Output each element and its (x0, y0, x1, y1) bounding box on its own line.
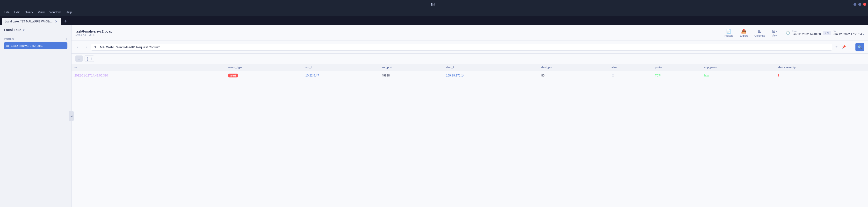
file-info: task6-malware-c2.pcap 149.6 KB 2 HR (75, 29, 718, 36)
star-button[interactable]: ☆ (834, 44, 839, 50)
search-query[interactable]: "ET MALWARE Win32/IcedID Request Cookie" (94, 45, 829, 49)
table-container: ts event_type src_ip src_port dest_ip de… (71, 64, 868, 207)
menu-file[interactable]: File (2, 10, 11, 14)
columns-icon: ⊞ (758, 29, 762, 34)
cell-severity: 1 (775, 71, 868, 80)
forward-button[interactable]: → (83, 44, 89, 50)
cell-proto: TCP (652, 71, 701, 80)
search-bar: ← → "ET MALWARE Win32/IcedID Request Coo… (71, 41, 868, 54)
date-from[interactable]: Jan 12, 2022 14:48:08 (792, 33, 820, 36)
pool-item-task6[interactable]: ▦ task6-malware-c2.pcap (4, 42, 67, 49)
menu-window[interactable]: Window (48, 10, 63, 14)
from-section: From Jan 12, 2022 14:48:08 (792, 30, 820, 36)
to-label: To (833, 30, 864, 33)
section-label: POOLS (4, 38, 14, 40)
add-pool-button[interactable]: + (65, 37, 67, 41)
menu-bar: File Edit Query View Window Help (0, 9, 868, 16)
view-button[interactable]: ⊟ ▾ View (769, 28, 780, 38)
table-header-row: ts event_type src_ip src_port dest_ip de… (71, 64, 868, 71)
content-area: task6-malware-c2.pcap 149.6 KB 2 HR 📄 Pa… (71, 25, 868, 207)
pool-file-icon: ▦ (6, 44, 9, 47)
duration-badge: 2 hr (823, 31, 831, 35)
pools-section: POOLS + ▦ task6-malware-c2.pcap (0, 35, 71, 50)
section-header: POOLS + (4, 37, 67, 41)
view-controls: ⊞ {···} (71, 54, 868, 64)
export-icon: 📤 (741, 29, 746, 34)
menu-edit[interactable]: Edit (12, 10, 22, 14)
collapse-chevron-icon: ◀ (70, 115, 72, 117)
date-to[interactable]: Jan 12, 2022 17:21:04 ▾ (833, 33, 864, 36)
col-alert-severity: alert › severity (775, 64, 868, 71)
search-go-button[interactable]: 🔍 (856, 43, 864, 51)
col-dest-port: dest_port (538, 64, 609, 71)
maximize-button[interactable]: □ (858, 3, 861, 6)
tab-bar: Local Lake: "ET MALWARE Win32/... ✕ + (0, 16, 868, 25)
cell-event-type: alert (225, 71, 303, 80)
file-meta: 149.6 KB 2 HR (75, 33, 718, 36)
cell-app-proto: http (701, 71, 775, 80)
pool-item-label: task6-malware-c2.pcap (11, 44, 43, 47)
col-app-proto: app_proto (701, 64, 775, 71)
toolbar-actions: 📄 Packets 📤 Export ⊞ Columns ⊟ ▾ View (721, 28, 780, 38)
export-label: Export (740, 34, 748, 37)
search-icon: 🔍 (857, 45, 862, 49)
col-event-type: event_type (225, 64, 303, 71)
from-label: From (792, 30, 820, 33)
col-vlan: vlan (609, 64, 652, 71)
tab-0[interactable]: Local Lake: "ET MALWARE Win32/... ✕ (2, 18, 61, 25)
export-button[interactable]: 📤 Export (738, 28, 750, 38)
view-label: View (772, 34, 778, 37)
chevron-down-icon[interactable]: ∨ (23, 28, 25, 32)
file-size: 149.6 KB (75, 33, 86, 36)
json-view-button[interactable]: {···} (85, 56, 94, 62)
cell-dest-port: 80 (538, 71, 609, 80)
columns-button[interactable]: ⊞ Columns (752, 28, 767, 38)
date-range: 🕐 From Jan 12, 2022 14:48:08 2 hr To Jan… (786, 30, 864, 36)
search-actions: ☆ 📌 ⋮ (834, 44, 854, 50)
tab-add-button[interactable]: + (62, 18, 69, 25)
sidebar-collapse-handle[interactable]: ◀ (69, 111, 74, 121)
clock-icon: 🕐 (786, 31, 790, 35)
packets-label: Packets (724, 34, 733, 37)
menu-view[interactable]: View (36, 10, 46, 14)
packets-button[interactable]: 📄 Packets (721, 28, 736, 38)
sidebar: Local Lake ∨ POOLS + ▦ task6-malware-c2.… (0, 25, 71, 207)
tab-label: Local Lake: "ET MALWARE Win32/... (5, 20, 53, 23)
search-input-wrap: "ET MALWARE Win32/IcedID Request Cookie" (91, 44, 832, 51)
view-dropdown-icon: ⊟ ▾ (772, 29, 777, 34)
col-proto: proto (652, 64, 701, 71)
more-button[interactable]: ⋮ (848, 44, 854, 50)
menu-help[interactable]: Help (64, 10, 74, 14)
col-src-port: src_port (379, 64, 443, 71)
col-ts: ts (71, 64, 225, 71)
cell-src-ip[interactable]: 10.22.5.47 (303, 71, 379, 80)
columns-label: Columns (754, 34, 765, 37)
table-view-button[interactable]: ⊞ (75, 56, 83, 62)
sidebar-title: Local Lake (4, 28, 21, 32)
results-table: ts event_type src_ip src_port dest_ip de… (71, 64, 868, 80)
file-name: task6-malware-c2.pcap (75, 29, 718, 33)
menu-query[interactable]: Query (23, 10, 35, 14)
alert-badge: alert (228, 74, 238, 77)
cell-src-port: 49838 (379, 71, 443, 80)
sidebar-header: Local Lake ∨ (0, 25, 71, 35)
back-button[interactable]: ← (75, 44, 81, 50)
window-controls: − □ ✕ (854, 3, 866, 6)
title-bar: Brim − □ ✕ (0, 0, 868, 9)
cell-dest-ip[interactable]: 159.89.171.14 (443, 71, 538, 80)
pin-button[interactable]: 📌 (841, 44, 847, 50)
close-button[interactable]: ✕ (863, 3, 866, 6)
toolbar-separator-1 (783, 29, 783, 36)
toolbar: task6-malware-c2.pcap 149.6 KB 2 HR 📄 Pa… (71, 25, 868, 41)
col-dest-ip: dest_ip (443, 64, 538, 71)
app-title: Brim (431, 3, 437, 6)
cell-ts[interactable]: 2022-01-12T14:49:05.380 (71, 71, 225, 80)
file-duration-meta: 2 HR (89, 33, 95, 36)
to-section: To Jan 12, 2022 17:21:04 ▾ (833, 30, 864, 36)
col-src-ip: src_ip (303, 64, 379, 71)
minimize-button[interactable]: − (854, 3, 857, 6)
packets-icon: 📄 (726, 29, 731, 34)
main-layout: Local Lake ∨ POOLS + ▦ task6-malware-c2.… (0, 25, 868, 207)
tab-close-button[interactable]: ✕ (54, 20, 58, 24)
cell-vlan: ⊗ (609, 71, 652, 80)
